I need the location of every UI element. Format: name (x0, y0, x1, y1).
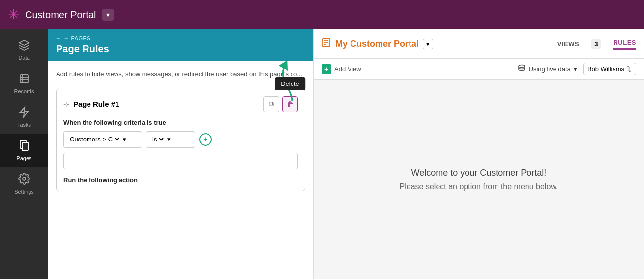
data-stack-icon (517, 64, 526, 75)
sidebar: Data Records Tasks (0, 29, 48, 279)
add-criteria-button[interactable]: + (199, 133, 212, 146)
page-doc-icon (322, 38, 331, 50)
views-label: VIEWS (557, 40, 579, 48)
back-arrow-icon: ← (56, 35, 62, 41)
user-label: Bob Williams (587, 65, 624, 73)
rule-title: Page Rule #1 (73, 100, 260, 108)
views-count-badge: 3 (591, 39, 601, 49)
pages-icon (18, 140, 30, 153)
field-select[interactable]: Customers > C ▾ (63, 131, 142, 148)
operator-select[interactable]: is ▾ (146, 131, 195, 148)
sidebar-pages-label: Pages (16, 155, 31, 161)
add-view-button[interactable]: + Add View (322, 64, 361, 74)
data-source-dropdown[interactable]: Using live data ▾ (517, 64, 577, 75)
rule-actions: ⧉ 🗑 Delete (263, 96, 298, 112)
app-title: Customer Portal (25, 9, 96, 21)
sidebar-records-label: Records (14, 88, 34, 94)
welcome-line-1: Welcome to your Customer Portal! (411, 168, 547, 178)
sidebar-item-data[interactable]: Data (0, 33, 48, 67)
settings-icon (18, 173, 30, 187)
records-icon (18, 73, 30, 86)
sidebar-data-label: Data (18, 55, 29, 61)
field-chevron-icon: ▾ (123, 136, 126, 143)
sidebar-item-settings[interactable]: Settings (0, 167, 48, 200)
svg-marker-5 (20, 107, 29, 117)
svg-marker-0 (19, 40, 29, 45)
operator-select-input[interactable]: is (150, 135, 165, 143)
topbar: ✳ Customer Portal ▾ (0, 0, 644, 29)
copy-rule-button[interactable]: ⧉ (263, 96, 279, 112)
preview-content: Welcome to your Customer Portal! Please … (314, 80, 644, 279)
back-to-pages-link[interactable]: ← ← PAGES (56, 35, 305, 41)
copy-icon: ⧉ (269, 100, 274, 108)
data-icon (18, 39, 30, 53)
preview-header: My Customer Portal ▾ VIEWS 3 RULES (314, 29, 644, 59)
app-dropdown-button[interactable]: ▾ (102, 9, 114, 21)
field-select-input[interactable]: Customers > C (68, 135, 121, 143)
svg-rect-7 (22, 142, 28, 150)
preview-pane: My Customer Portal ▾ VIEWS 3 RULES + Add… (314, 29, 644, 279)
preview-title-dropdown-button[interactable]: ▾ (423, 39, 433, 49)
svg-point-9 (23, 177, 26, 180)
preview-page-title-group: My Customer Portal ▾ (322, 38, 433, 50)
rule-card-header: ⊹ Page Rule #1 ⧉ 🗑 Delete (63, 96, 298, 112)
operator-chevron-icon: ▾ (167, 136, 171, 143)
add-view-label: Add View (334, 65, 361, 73)
page-rules-panel: ← ← PAGES Page Rules Add rules to hide v… (48, 29, 314, 279)
delete-rule-button[interactable]: 🗑 Delete (282, 96, 298, 112)
preview-toolbar: + Add View Using live data ▾ Bob William… (314, 59, 644, 80)
panel-description: Add rules to hide views, show messages, … (56, 69, 305, 79)
panel-body: Add rules to hide views, show messages, … (48, 61, 313, 279)
rule-card-1: ⊹ Page Rule #1 ⧉ 🗑 Delete (56, 89, 305, 191)
svg-point-15 (519, 65, 525, 67)
tasks-icon (18, 106, 30, 120)
preview-title-text: My Customer Portal (335, 39, 419, 49)
panel-title: Page Rules (56, 43, 305, 55)
add-view-plus-icon: + (322, 64, 331, 74)
criteria-value-input[interactable] (63, 153, 298, 169)
criteria-row: Customers > C ▾ is ▾ + (63, 131, 298, 148)
action-label: Run the following action (63, 176, 298, 184)
user-dropdown[interactable]: Bob Williams ⇅ (583, 63, 636, 75)
main-area: Data Records Tasks (0, 29, 644, 279)
logo-icon: ✳ (8, 8, 19, 22)
sidebar-item-records[interactable]: Records (0, 67, 48, 100)
welcome-line-2: Please select an option from the menu be… (400, 182, 558, 191)
user-chevron-icon: ⇅ (626, 65, 632, 73)
data-source-chevron: ▾ (574, 65, 577, 73)
svg-rect-1 (20, 75, 28, 83)
sidebar-settings-label: Settings (14, 189, 34, 195)
data-source-label: Using live data (529, 65, 571, 73)
panel-header: ← ← PAGES Page Rules (48, 29, 313, 61)
delete-tooltip: Delete (275, 77, 305, 90)
criteria-label: When the following criteria is true (63, 119, 298, 126)
rules-tab[interactable]: RULES (613, 39, 636, 50)
sidebar-tasks-label: Tasks (17, 122, 31, 128)
back-link-label: ← PAGES (64, 35, 91, 41)
drag-handle-icon[interactable]: ⊹ (63, 100, 69, 108)
sidebar-item-pages[interactable]: Pages (0, 134, 48, 167)
trash-icon: 🗑 (287, 100, 293, 108)
sidebar-item-tasks[interactable]: Tasks (0, 100, 48, 134)
